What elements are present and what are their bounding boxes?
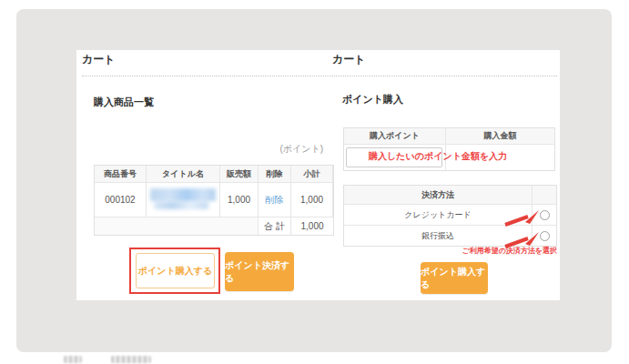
col-header-purchase-amount: 購入金額 [446, 128, 554, 145]
left-section-title: 購入商品一覧 [94, 96, 154, 109]
cart-items-table: 商品番号 タイトル名 販売額 削除 小計 000102 1,000 削除 1,0… [94, 165, 334, 236]
cell-product-title [147, 183, 220, 217]
points-purchase-table: 購入ポイント 購入金額 [343, 127, 555, 171]
col-header-select [533, 186, 556, 205]
annotation-arrow-credit-icon [502, 207, 541, 228]
bank-transfer-radio[interactable] [540, 231, 550, 241]
col-header-price: 販売額 [220, 166, 259, 183]
right-cart-header: カート [332, 52, 366, 67]
cell-product-no: 000102 [95, 183, 147, 217]
col-header-delete: 削除 [259, 166, 291, 183]
cell-price: 1,000 [220, 183, 259, 217]
blurred-product-title [150, 188, 216, 212]
col-header-subtotal: 小計 [291, 166, 333, 183]
credit-card-radio[interactable] [540, 210, 550, 220]
cropped-text-artifact [64, 356, 82, 363]
col-header-purchase-points: 購入ポイント [344, 128, 446, 145]
col-header-title: タイトル名 [147, 166, 220, 183]
pay-with-points-button[interactable]: ポイント決済する [225, 252, 294, 291]
cell-subtotal: 1,000 [291, 183, 333, 217]
col-header-product-no: 商品番号 [95, 166, 147, 183]
right-header-divider [332, 76, 557, 76]
left-header-divider [82, 76, 331, 76]
buy-points-button-right[interactable]: ポイント購入する [421, 262, 488, 294]
total-value-cell: 1,000 [291, 217, 333, 235]
total-label-cell: 合 計 [259, 217, 291, 235]
total-row-spacer [95, 217, 259, 235]
points-input-hint: 購入したいのポイント金額を入力 [369, 150, 507, 163]
unit-note: (ポイント) [232, 143, 323, 156]
annotation-arrow-bank-icon [502, 229, 541, 249]
cell-delete: 削除 [259, 183, 291, 217]
delete-item-link[interactable]: 削除 [266, 194, 284, 207]
cropped-text-artifact [111, 356, 151, 363]
page: カート 購入商品一覧 (ポイント) 商品番号 タイトル名 販売額 削除 小計 0… [0, 0, 629, 364]
right-section-title: ポイント購入 [342, 93, 403, 106]
annotation-highlight-rect [129, 248, 220, 294]
left-cart-header: カート [82, 52, 116, 67]
col-header-payment-method: 決済方法 [344, 186, 533, 205]
